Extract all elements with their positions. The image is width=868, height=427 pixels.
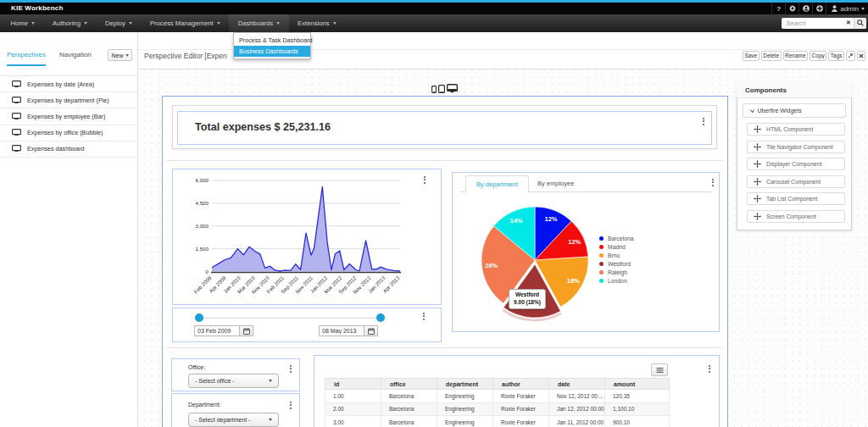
department-select-value: - Select department - <box>195 417 250 423</box>
table-row[interactable]: 3.00BarcelonaEngineeringRoxie ForakerJan… <box>326 416 670 427</box>
component-item-carousel-component[interactable]: Carousel Component <box>747 175 845 188</box>
search-clear-button[interactable]: ✕ <box>843 19 854 26</box>
close-icon <box>859 53 864 58</box>
move-icon <box>754 125 761 133</box>
component-item-label: Tile Navigator Component <box>766 144 833 150</box>
components-group-header[interactable]: Uberfire Widgets <box>743 103 846 118</box>
calendar-button[interactable] <box>240 325 253 336</box>
component-item-tile-navigator-component[interactable]: Tile Navigator Component <box>747 141 845 153</box>
chevron-down-icon <box>750 108 754 112</box>
kebab-menu-icon[interactable] <box>289 402 292 409</box>
settings-button[interactable] <box>785 3 798 14</box>
chevron-down-icon <box>217 22 220 25</box>
profile-button[interactable] <box>798 3 812 14</box>
column-header-id[interactable]: id <box>326 379 381 390</box>
menu-item-dashboards[interactable]: Dashboards <box>229 14 288 32</box>
toolbar-buttons: SaveDeleteRenameCopyTags <box>743 51 865 61</box>
new-button[interactable]: New <box>108 49 132 61</box>
menu-item-home[interactable]: Home <box>2 14 44 32</box>
menu-item-process-management[interactable]: Process Management <box>141 14 229 32</box>
office-label: Office: <box>188 364 205 370</box>
table-cell: Roxie Foraker <box>493 390 549 403</box>
department-select[interactable]: - Select department - <box>188 413 279 427</box>
slider-track[interactable] <box>196 318 384 319</box>
kebab-menu-icon[interactable] <box>423 176 426 184</box>
perspective-item[interactable]: Expenses by department (Pie) <box>0 92 137 108</box>
dropdown-item-process-task-dashboard[interactable]: Process & Task Dashboard <box>234 35 310 46</box>
office-select[interactable]: - Select office - <box>188 374 279 388</box>
slider-handle-left[interactable] <box>195 313 203 322</box>
tablet-icon[interactable] <box>438 85 445 93</box>
component-item-displayer-component[interactable]: Displayer Component <box>747 158 845 170</box>
expand-button[interactable] <box>846 51 855 61</box>
kebab-menu-icon[interactable] <box>289 365 292 373</box>
menu-item-deploy[interactable]: Deploy <box>96 14 141 32</box>
chevron-down-icon <box>276 22 280 25</box>
tab-by-department[interactable]: By department <box>465 175 529 192</box>
slider-handle-right[interactable] <box>376 313 385 322</box>
date-from-input[interactable] <box>194 325 240 336</box>
component-item-label: HTML Component <box>766 126 813 132</box>
close-button[interactable] <box>857 51 866 61</box>
menu-item-authoring[interactable]: Authoring <box>44 14 97 32</box>
tab-perspectives[interactable]: Perspectives <box>7 51 46 58</box>
pie-tooltip: Westford 9.00 (18%) <box>509 289 546 309</box>
kebab-menu-icon[interactable] <box>702 118 705 125</box>
dropdown-item-business-dashboards[interactable]: Business Dashboards <box>234 46 310 57</box>
desktop-icon[interactable] <box>447 84 458 93</box>
table-cell: 1,100.10 <box>605 402 670 416</box>
legend-item: Raleigh <box>599 269 634 277</box>
perspective-item[interactable]: Expenses by employee (Bar) <box>0 108 137 125</box>
column-header-amount[interactable]: amount <box>605 379 670 390</box>
svg-text:18%: 18% <box>567 277 580 285</box>
perspective-item[interactable]: Expenses by office (Bubble) <box>0 125 137 141</box>
delete-button[interactable]: Delete <box>761 51 782 61</box>
column-header-author[interactable]: author <box>493 379 549 390</box>
office-select-value: - Select office - <box>195 378 235 384</box>
column-header-department[interactable]: department <box>437 379 493 390</box>
save-button[interactable]: Save <box>743 51 760 61</box>
perspective-item[interactable]: Expenses dashboard <box>0 141 137 158</box>
legend-item: London <box>599 276 634 285</box>
table-cell: Roxie Foraker <box>493 402 549 416</box>
svg-text:14%: 14% <box>509 217 522 225</box>
column-header-office[interactable]: office <box>381 379 437 390</box>
table-cell: 1.00 <box>326 390 381 403</box>
component-item-label: Screen Component <box>766 214 816 219</box>
perspective-item[interactable]: Expenses by date (Area) <box>0 76 137 92</box>
table-row[interactable]: 2.00BarcelonaEngineeringRoxie ForakerJan… <box>326 402 670 416</box>
date-to-input[interactable] <box>319 325 364 336</box>
perspective-item-label: Expenses by department (Pie) <box>27 97 109 104</box>
table-cell: Jan 11, 2012 00:00 <box>549 416 605 427</box>
tab-navigation[interactable]: Navigation <box>59 51 92 58</box>
legend-item: Brno <box>599 252 634 260</box>
rename-button[interactable]: Rename <box>783 51 809 61</box>
calendar-button[interactable] <box>364 325 378 336</box>
phone-icon[interactable] <box>431 86 437 93</box>
kebab-menu-icon[interactable] <box>422 313 426 320</box>
copy-button[interactable]: Copy <box>810 51 826 61</box>
table-options-button[interactable] <box>651 363 668 376</box>
menu-item-label: Deploy <box>105 19 125 27</box>
search-button[interactable] <box>854 18 866 30</box>
legend-dot <box>599 270 604 274</box>
menu-item-extensions[interactable]: Extensions <box>289 14 346 32</box>
search-input[interactable] <box>782 19 843 27</box>
user-menu[interactable]: admin <box>826 3 868 14</box>
component-item-screen-component[interactable]: Screen Component <box>747 210 845 223</box>
tags-button[interactable]: Tags <box>828 51 844 61</box>
device-preview-icons <box>431 84 458 93</box>
row-separator <box>167 347 723 348</box>
chevron-down-icon <box>333 22 337 25</box>
table-row[interactable]: 1.00BarcelonaEngineeringRoxie ForakerNov… <box>326 390 670 403</box>
calendar-icon <box>368 328 375 335</box>
apps-button[interactable] <box>812 3 826 14</box>
help-button[interactable]: ? <box>771 3 785 14</box>
expand-icon <box>848 53 853 58</box>
table-cell: Roxie Foraker <box>493 416 549 427</box>
column-header-date[interactable]: date <box>549 379 605 390</box>
component-item-tab-list-component[interactable]: Tab List Component <box>747 192 845 205</box>
kebab-menu-icon[interactable] <box>708 365 711 373</box>
legend-label: Raleigh <box>608 269 627 275</box>
component-item-html-component[interactable]: HTML Component <box>747 123 845 136</box>
